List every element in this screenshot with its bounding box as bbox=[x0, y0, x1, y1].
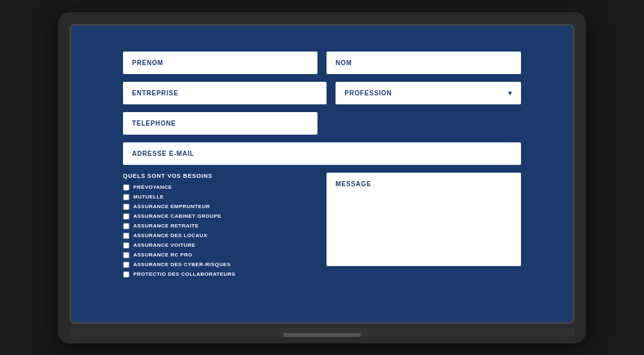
profession-wrapper: PROFESSION SALARIÉ INDÉPENDANT DIRIGEANT… bbox=[336, 82, 521, 104]
assurance-retraite-label: ASSURANCE RETRAITE bbox=[133, 223, 199, 229]
row-prenom-nom bbox=[123, 52, 521, 74]
telephone-input[interactable] bbox=[123, 112, 317, 135]
entreprise-input[interactable] bbox=[123, 82, 327, 104]
bottom-section: QUELS SONT VOS BESOINS PRÉVOYANCE MUTUEL… bbox=[123, 173, 521, 281]
mutuelle-label: MUTUELLE bbox=[133, 194, 164, 200]
form-background: PROFESSION SALARIÉ INDÉPENDANT DIRIGEANT… bbox=[71, 26, 573, 322]
prevoyance-checkbox[interactable] bbox=[123, 184, 129, 191]
assurance-cyber-risques-label: ASSURANCE DES CYBER-RISQUES bbox=[133, 262, 231, 267]
list-item[interactable]: ASSURANCE DES LOCAUX bbox=[123, 233, 317, 239]
checkboxes-label: QUELS SONT VOS BESOINS bbox=[123, 173, 317, 179]
protection-collaborateurs-label: PROTECTIO DES COLLABORATEURS bbox=[133, 271, 236, 277]
assurance-rc-pro-label: ASSURANCE RC PRO bbox=[133, 252, 193, 258]
assurance-retraite-checkbox[interactable] bbox=[123, 223, 129, 229]
assurance-cabinet-groupe-label: ASSURANCE CABINET GROUPE bbox=[133, 213, 222, 219]
list-item[interactable]: PROTECTIO DES COLLABORATEURS bbox=[123, 271, 317, 278]
assurance-locaux-label: ASSURANCE DES LOCAUX bbox=[133, 233, 207, 238]
email-input[interactable] bbox=[123, 142, 521, 165]
assurance-cabinet-groupe-checkbox[interactable] bbox=[123, 213, 129, 220]
list-item[interactable]: MUTUELLE bbox=[123, 194, 317, 200]
message-section bbox=[327, 173, 521, 281]
protection-collaborateurs-checkbox[interactable] bbox=[123, 271, 129, 278]
assurance-emprunteur-checkbox[interactable] bbox=[123, 204, 129, 210]
laptop-frame: PROFESSION SALARIÉ INDÉPENDANT DIRIGEANT… bbox=[58, 12, 586, 343]
row-telephone bbox=[123, 112, 521, 135]
checkboxes-section: QUELS SONT VOS BESOINS PRÉVOYANCE MUTUEL… bbox=[123, 173, 317, 281]
list-item[interactable]: ASSURANCE CABINET GROUPE bbox=[123, 213, 317, 220]
laptop-base bbox=[70, 328, 574, 337]
list-item[interactable]: ASSURANCE EMPRUNTEUR bbox=[123, 204, 317, 210]
laptop-screen: PROFESSION SALARIÉ INDÉPENDANT DIRIGEANT… bbox=[70, 24, 574, 324]
assurance-locaux-checkbox[interactable] bbox=[123, 233, 129, 239]
message-textarea[interactable] bbox=[327, 173, 521, 266]
profession-select[interactable]: PROFESSION SALARIÉ INDÉPENDANT DIRIGEANT… bbox=[336, 82, 521, 104]
list-item[interactable]: ASSURANCE RC PRO bbox=[123, 252, 317, 258]
list-item[interactable]: ASSURANCE RETRAITE bbox=[123, 223, 317, 229]
assurance-emprunteur-label: ASSURANCE EMPRUNTEUR bbox=[133, 204, 210, 209]
prenom-input[interactable] bbox=[123, 52, 317, 74]
nom-input[interactable] bbox=[327, 52, 521, 74]
prevoyance-label: PRÉVOYANCE bbox=[133, 184, 172, 190]
list-item[interactable]: ASSURANCE VOITURE bbox=[123, 242, 317, 249]
row-email bbox=[123, 142, 521, 165]
row-entreprise-profession: PROFESSION SALARIÉ INDÉPENDANT DIRIGEANT… bbox=[123, 82, 521, 104]
list-item[interactable]: ASSURANCE DES CYBER-RISQUES bbox=[123, 262, 317, 268]
telephone-wrapper bbox=[123, 112, 317, 135]
assurance-voiture-checkbox[interactable] bbox=[123, 242, 129, 249]
mutuelle-checkbox[interactable] bbox=[123, 194, 129, 200]
assurance-voiture-label: ASSURANCE VOITURE bbox=[133, 242, 196, 248]
list-item[interactable]: PRÉVOYANCE bbox=[123, 184, 317, 191]
assurance-cyber-risques-checkbox[interactable] bbox=[123, 262, 129, 268]
assurance-rc-pro-checkbox[interactable] bbox=[123, 252, 129, 258]
